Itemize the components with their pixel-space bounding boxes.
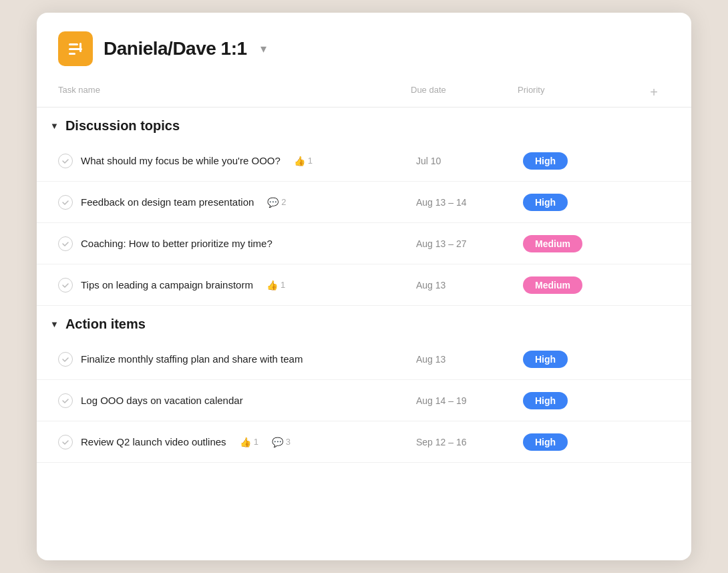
section-header-action: ▼ Action items (37, 306, 691, 339)
section-title-discussion: Discussion topics (65, 118, 180, 134)
priority-badge[interactable]: Medium (523, 276, 582, 294)
task-name-text: Feedback on design team presentation (81, 196, 254, 208)
app-icon (58, 31, 93, 66)
priority-cell: High (518, 392, 638, 409)
task-name-cell: Log OOO days on vacation calendar (58, 384, 411, 417)
task-name-text: Tips on leading a campaign brainstorm (81, 279, 253, 291)
table-row: Coaching: How to better prioritize my ti… (37, 223, 691, 264)
task-meta-like[interactable]: 👍 1 (266, 280, 285, 291)
task-name-text: Review Q2 launch video outlines (81, 436, 226, 447)
task-meta-like[interactable]: 👍 1 (240, 437, 258, 447)
section-toggle-action[interactable]: ▼ (50, 319, 59, 329)
priority-badge[interactable]: High (523, 194, 568, 211)
task-name-cell: Tips on leading a campaign brainstorm 👍 … (58, 268, 411, 302)
table-row: Finalize monthly staffing plan and share… (37, 339, 691, 380)
table-row: Tips on leading a campaign brainstorm 👍 … (37, 264, 691, 306)
task-meta-count: 1 (308, 156, 313, 166)
task-name-cell: Feedback on design team presentation 💬 2 (58, 186, 411, 219)
section-header-discussion: ▼ Discussion topics (37, 108, 691, 140)
task-meta-count: 3 (286, 437, 291, 447)
title-chevron-icon[interactable]: ▾ (260, 41, 266, 56)
add-column-button[interactable]: + (638, 78, 670, 107)
col-task-name: Task name (58, 78, 411, 107)
priority-badge[interactable]: Medium (523, 235, 582, 252)
priority-cell: High (518, 351, 638, 368)
task-checkbox[interactable] (58, 278, 73, 293)
thumbs-up-icon: 👍 (240, 437, 251, 447)
priority-badge[interactable]: High (523, 392, 568, 409)
task-meta-count: 1 (254, 437, 258, 447)
sections-container: ▼ Discussion topics What should my focus… (37, 108, 691, 463)
col-priority: Priority (518, 78, 638, 107)
task-checkbox[interactable] (58, 195, 73, 210)
task-meta-count: 1 (281, 280, 285, 290)
due-date-cell: Aug 13 (411, 354, 518, 365)
task-meta-like[interactable]: 👍 1 (294, 156, 313, 166)
header: Daniela/Dave 1:1 ▾ (37, 13, 691, 78)
task-table: Task name Due date Priority + ▼ Discussi… (37, 78, 691, 463)
comment-icon: 💬 (267, 197, 279, 208)
svg-rect-3 (79, 43, 81, 52)
table-row: What should my focus be while you're OOO… (37, 140, 691, 182)
due-date-cell: Aug 13 (411, 280, 518, 291)
section-title-action: Action items (65, 317, 146, 332)
table-row: Log OOO days on vacation calendar Aug 14… (37, 380, 691, 421)
task-name-text: What should my focus be while you're OOO… (81, 155, 281, 166)
task-name-text: Coaching: How to better prioritize my ti… (81, 238, 272, 249)
table-row: Feedback on design team presentation 💬 2… (37, 182, 691, 223)
task-name-text: Finalize monthly staffing plan and share… (81, 353, 303, 365)
task-checkbox[interactable] (58, 435, 73, 449)
col-due-date: Due date (411, 78, 518, 107)
task-name-cell: Review Q2 launch video outlines 👍 1 💬 3 (58, 425, 411, 459)
table-row: Review Q2 launch video outlines 👍 1 💬 3 … (37, 421, 691, 463)
priority-cell: Medium (518, 235, 638, 252)
due-date-cell: Jul 10 (411, 156, 518, 166)
task-meta-comment[interactable]: 💬 3 (272, 437, 291, 447)
priority-cell: High (518, 194, 638, 211)
table-header-row: Task name Due date Priority + (37, 78, 691, 108)
priority-badge[interactable]: High (523, 351, 568, 368)
due-date-cell: Aug 13 – 14 (411, 197, 518, 208)
comment-icon: 💬 (272, 437, 283, 447)
page-title: Daniela/Dave 1:1 (104, 38, 247, 59)
thumbs-up-icon: 👍 (294, 156, 305, 166)
task-meta-count: 2 (281, 197, 286, 207)
svg-rect-2 (69, 53, 75, 55)
task-name-cell: Coaching: How to better prioritize my ti… (58, 227, 411, 260)
priority-badge[interactable]: High (523, 152, 568, 170)
task-meta-comment[interactable]: 💬 2 (267, 197, 286, 208)
thumbs-up-icon: 👍 (266, 280, 278, 291)
task-name-text: Log OOO days on vacation calendar (81, 395, 243, 406)
main-card: Daniela/Dave 1:1 ▾ Task name Due date Pr… (37, 13, 691, 560)
priority-cell: High (518, 152, 638, 170)
task-checkbox[interactable] (58, 352, 73, 367)
task-name-cell: What should my focus be while you're OOO… (58, 144, 411, 178)
task-checkbox[interactable] (58, 154, 73, 168)
task-checkbox[interactable] (58, 236, 73, 251)
due-date-cell: Sep 12 – 16 (411, 437, 518, 447)
svg-rect-0 (69, 43, 78, 45)
priority-badge[interactable]: High (523, 433, 568, 451)
section-toggle-discussion[interactable]: ▼ (50, 121, 59, 131)
priority-cell: Medium (518, 276, 638, 294)
priority-cell: High (518, 433, 638, 451)
task-checkbox[interactable] (58, 393, 73, 408)
due-date-cell: Aug 13 – 27 (411, 238, 518, 249)
task-name-cell: Finalize monthly staffing plan and share… (58, 343, 411, 376)
due-date-cell: Aug 14 – 19 (411, 395, 518, 406)
